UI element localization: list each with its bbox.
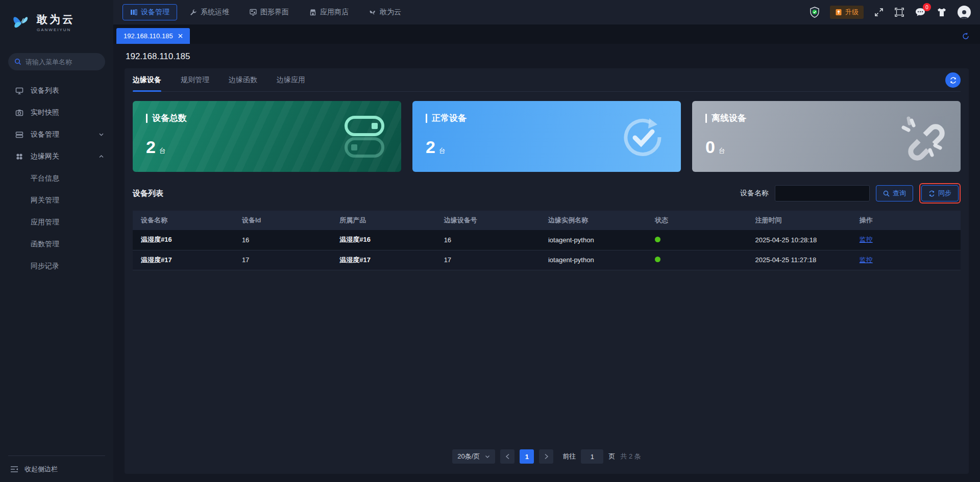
tab-edge-devices[interactable]: 边缘设备 xyxy=(133,68,161,91)
topnav-system-ops[interactable]: 系统运维 xyxy=(182,4,237,20)
store-icon xyxy=(309,9,316,16)
sync-highlight-ring: 同步 xyxy=(919,183,961,204)
menu-search[interactable] xyxy=(8,53,105,70)
sidebar-item-device-mgmt[interactable]: 设备管理 xyxy=(0,123,113,145)
table-row[interactable]: 温湿度#17 17 温湿度#17 17 iotagent-python 2025… xyxy=(133,250,961,270)
topnav-ganweiyun[interactable]: 敢为云 xyxy=(361,4,409,20)
tab-rule-management[interactable]: 规则管理 xyxy=(181,68,209,91)
brand-name: 敢为云 xyxy=(37,12,75,27)
butterfly-icon xyxy=(369,9,376,16)
tabs-refresh-icon[interactable] xyxy=(962,32,970,40)
sidebar-item-label: 设备管理 xyxy=(31,130,59,139)
device-panel: 边缘设备 规则管理 边缘函数 边缘应用 设备总数 2台 xyxy=(125,68,969,474)
col-register-time: 注册时间 xyxy=(747,211,851,230)
tab-edge-functions[interactable]: 边缘函数 xyxy=(229,68,257,91)
col-edge-device-no: 边缘设备号 xyxy=(436,211,540,230)
topnav-device-management[interactable]: 设备管理 xyxy=(122,4,177,20)
screen-icon xyxy=(250,9,257,16)
status-online-dot xyxy=(655,237,660,242)
stat-value: 0 xyxy=(705,137,715,157)
panel-tabs: 边缘设备 规则管理 边缘函数 边缘应用 xyxy=(133,68,961,92)
stat-cards: 设备总数 2台 xyxy=(133,101,961,172)
topnav-graphic-ui[interactable]: 图形界面 xyxy=(242,4,297,20)
sidebar-item-label: 实时快照 xyxy=(31,108,59,117)
search-icon xyxy=(14,58,21,65)
page-unit-label: 页 xyxy=(608,452,615,461)
tab-close-icon[interactable] xyxy=(178,34,183,38)
user-avatar[interactable] xyxy=(958,6,971,19)
wrench-icon xyxy=(190,9,197,16)
toggles-icon xyxy=(343,114,386,158)
sidebar-subitem-sync-records[interactable]: 同步记录 xyxy=(0,255,113,277)
device-name-input[interactable] xyxy=(775,185,870,201)
goto-label: 前往 xyxy=(562,452,576,461)
section-title: 设备列表 xyxy=(133,189,163,198)
sidebar-item-device-list[interactable]: 设备列表 xyxy=(0,80,113,102)
monitor-link[interactable]: 监控 xyxy=(860,256,873,264)
page-number-button[interactable]: 1 xyxy=(520,449,534,464)
security-shield-icon[interactable] xyxy=(810,7,820,18)
sidebar-menu: 设备列表 实时快照 设备管理 边缘网 xyxy=(0,75,113,455)
chevron-up-icon xyxy=(99,154,104,159)
panel-refresh-button[interactable] xyxy=(945,72,961,88)
upgrade-icon xyxy=(835,9,842,16)
stat-card-normal-devices: 正常设备 2台 xyxy=(412,101,681,172)
search-icon xyxy=(883,190,890,197)
sync-icon xyxy=(928,190,935,197)
total-count-label: 共 2 条 xyxy=(620,452,641,461)
table-header-row: 设备名称 设备Id 所属产品 边缘设备号 边缘实例名称 状态 注册时间 操作 xyxy=(133,211,961,230)
columns-icon xyxy=(130,9,137,16)
sidebar-subitem-function-mgmt[interactable]: 函数管理 xyxy=(0,233,113,255)
sidebar-item-edge-gateway[interactable]: 边缘网关 xyxy=(0,145,113,167)
col-product: 所属产品 xyxy=(331,211,435,230)
message-count-badge: 0 xyxy=(923,3,931,11)
topnav-app-store[interactable]: 应用商店 xyxy=(302,4,356,20)
col-actions: 操作 xyxy=(851,211,961,230)
open-tabs-bar: 192.168.110.185 xyxy=(113,24,980,44)
table-row[interactable]: 温湿度#16 16 温湿度#16 16 iotagent-python 2025… xyxy=(133,230,961,250)
col-device-id: 设备Id xyxy=(234,211,331,230)
tab-edge-apps[interactable]: 边缘应用 xyxy=(277,68,305,91)
chevron-down-icon xyxy=(485,454,490,459)
monitor-link[interactable]: 监控 xyxy=(860,236,873,243)
status-online-dot xyxy=(655,257,660,262)
goto-page-input[interactable] xyxy=(581,449,603,464)
page-title: 192.168.110.185 xyxy=(113,44,980,68)
server-stack-icon xyxy=(15,131,23,139)
tab-192-168-110-185[interactable]: 192.168.110.185 xyxy=(116,28,190,44)
sidebar-item-snapshot[interactable]: 实时快照 xyxy=(0,102,113,123)
chevron-down-icon xyxy=(99,132,104,137)
device-name-label: 设备名称 xyxy=(740,189,769,198)
messages-icon[interactable]: 0 xyxy=(915,7,926,17)
query-button[interactable]: 查询 xyxy=(876,185,913,201)
top-navigation: 设备管理 系统运维 图形界面 xyxy=(122,4,409,20)
broken-link-icon xyxy=(898,114,945,161)
gift-shirt-icon[interactable] xyxy=(936,7,947,17)
sync-button[interactable]: 同步 xyxy=(921,185,959,201)
device-list-header: 设备列表 设备名称 查询 xyxy=(133,183,961,204)
stat-value: 2 xyxy=(426,137,435,157)
stat-value: 2 xyxy=(146,137,156,157)
sidebar-item-label: 设备列表 xyxy=(31,86,59,95)
monitor-icon xyxy=(15,87,23,95)
sidebar-subitem-platform-info[interactable]: 平台信息 xyxy=(0,167,113,189)
col-status: 状态 xyxy=(647,211,747,230)
prev-page-button[interactable] xyxy=(500,449,514,464)
page-size-select[interactable]: 20条/页 xyxy=(452,449,495,464)
stat-card-total-devices: 设备总数 2台 xyxy=(133,101,401,172)
collapse-sidebar-button[interactable]: 收起侧边栏 xyxy=(8,455,105,482)
collapse-sidebar-label: 收起侧边栏 xyxy=(24,465,58,474)
topbar-actions: 升级 0 xyxy=(810,6,971,19)
fullscreen-expand-icon[interactable] xyxy=(874,7,884,17)
next-page-button[interactable] xyxy=(539,449,553,464)
upgrade-button[interactable]: 升级 xyxy=(830,6,864,19)
collapse-sidebar-icon xyxy=(10,466,18,473)
sync-check-icon xyxy=(620,114,666,160)
brand-subname: GANWEIYUN xyxy=(37,28,75,32)
main-content: 192.168.110.185 边缘设备 规则管理 边缘函数 边缘应用 设备总数… xyxy=(113,44,980,482)
sidebar-subitem-gateway-mgmt[interactable]: 网关管理 xyxy=(0,189,113,211)
frame-capture-icon[interactable] xyxy=(894,7,904,17)
grid-icon xyxy=(15,153,23,161)
menu-search-input[interactable] xyxy=(26,58,97,66)
sidebar-subitem-app-mgmt[interactable]: 应用管理 xyxy=(0,211,113,233)
